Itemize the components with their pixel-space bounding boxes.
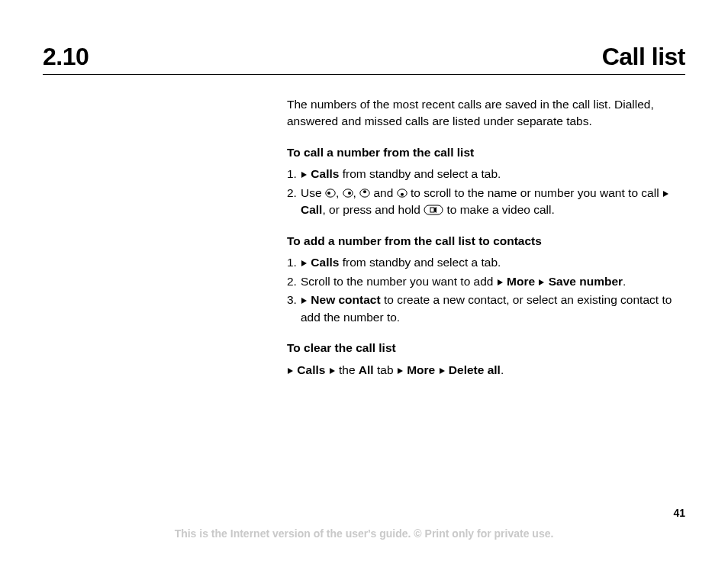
subhead-call: To call a number from the call list	[287, 144, 684, 161]
triangle-icon	[663, 191, 668, 197]
triangle-icon	[539, 279, 544, 285]
call-steps: 1. Calls from standby and select a tab. …	[287, 166, 684, 218]
add-step-3: 3. New contact to create a new contact, …	[287, 292, 684, 326]
intro-paragraph: The numbers of the most recent calls are…	[287, 96, 684, 131]
triangle-icon	[301, 172, 307, 178]
section-number: 2.10	[43, 43, 89, 71]
svg-rect-9	[430, 208, 434, 212]
triangle-icon	[498, 279, 503, 285]
page-header: 2.10 Call list	[43, 43, 685, 75]
call-step-1: 1. Calls from standby and select a tab.	[287, 166, 684, 182]
content-body: The numbers of the most recent calls are…	[287, 96, 684, 379]
triangle-icon	[301, 298, 307, 304]
svg-point-1	[327, 192, 330, 195]
video-button-icon	[424, 205, 443, 215]
triangle-icon	[288, 368, 293, 374]
add-step-2: 2.Scroll to the number you want to add M…	[287, 273, 684, 290]
nav-left-icon	[325, 188, 336, 198]
add-step-1: 1. Calls from standby and select a tab.	[287, 254, 684, 271]
triangle-icon	[398, 368, 403, 374]
subhead-add: To add a number from the call list to co…	[287, 233, 684, 250]
page-number: 41	[673, 507, 685, 519]
nav-right-icon	[343, 188, 353, 198]
clear-line: Calls the All tab More Delete all.	[287, 362, 684, 379]
svg-point-5	[363, 190, 366, 193]
svg-point-3	[348, 192, 351, 195]
svg-point-7	[401, 193, 404, 196]
nav-up-icon	[359, 188, 370, 198]
triangle-icon	[301, 260, 307, 266]
subhead-clear: To clear the call list	[287, 340, 684, 356]
triangle-icon	[330, 368, 335, 374]
footer-note: This is the Internet version of the user…	[0, 527, 728, 540]
add-steps: 1. Calls from standby and select a tab. …	[287, 254, 684, 326]
svg-rect-8	[424, 205, 443, 214]
nav-down-icon	[397, 188, 407, 198]
section-title: Call list	[602, 43, 685, 71]
call-step-2: 2.Use , , and to scroll to the name or n…	[287, 185, 684, 219]
triangle-icon	[440, 368, 445, 374]
